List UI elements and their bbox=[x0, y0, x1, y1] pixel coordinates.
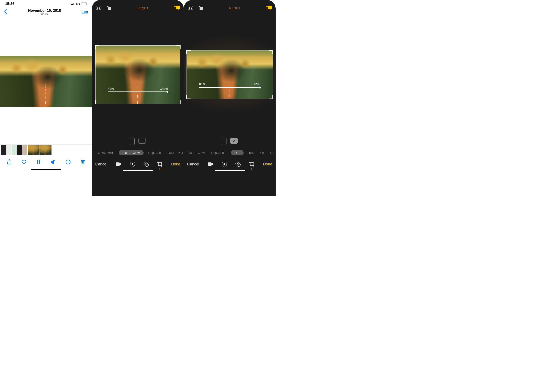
thumbnail[interactable] bbox=[17, 145, 22, 155]
done-button[interactable]: Done bbox=[263, 162, 272, 166]
flip-horizontal-icon[interactable] bbox=[188, 5, 193, 11]
orientation-selector: ✓ bbox=[184, 136, 276, 149]
thumbnail[interactable] bbox=[6, 145, 11, 155]
crop-handle-tr[interactable] bbox=[176, 45, 181, 49]
video-progress-bar[interactable] bbox=[199, 87, 260, 88]
svg-rect-15 bbox=[268, 6, 272, 9]
crop-handle-bl[interactable] bbox=[95, 100, 99, 104]
orientation-selector bbox=[92, 136, 184, 149]
video-mode-icon[interactable] bbox=[207, 161, 214, 167]
home-indicator[interactable] bbox=[215, 170, 245, 171]
aspect-freeform[interactable]: FREEFORM bbox=[187, 151, 205, 155]
svg-point-9 bbox=[132, 163, 133, 165]
adjust-icon[interactable] bbox=[129, 161, 136, 167]
thumbnail[interactable] bbox=[22, 145, 27, 155]
svg-rect-0 bbox=[37, 160, 38, 164]
aspect-ratio-row[interactable]: ORIGINAL FREEFORM SQUARE 16:9 5:4 7 bbox=[92, 149, 184, 158]
orientation-landscape[interactable]: ✓ bbox=[230, 138, 238, 144]
info-icon[interactable] bbox=[65, 158, 72, 165]
reset-button[interactable]: RESET bbox=[137, 6, 149, 10]
aspect-square[interactable]: SQUARE bbox=[211, 151, 225, 155]
video-mode-icon[interactable] bbox=[116, 161, 122, 167]
cancel-button[interactable]: Cancel bbox=[187, 162, 199, 166]
flip-horizontal-icon[interactable] bbox=[96, 5, 101, 11]
filters-icon[interactable] bbox=[143, 161, 149, 167]
thumbnail-strip[interactable] bbox=[0, 144, 92, 155]
trash-icon[interactable] bbox=[80, 158, 86, 165]
thumbnail-active[interactable] bbox=[28, 145, 40, 155]
crop-icon[interactable] bbox=[157, 161, 163, 167]
thumbnail[interactable] bbox=[12, 145, 17, 155]
crop-canvas[interactable]: 0:09 –0:00 bbox=[92, 14, 184, 136]
crop-frame[interactable]: 0:09 –0:00 bbox=[95, 45, 180, 104]
orientation-portrait[interactable] bbox=[222, 138, 226, 145]
filters-icon[interactable] bbox=[235, 161, 241, 167]
photos-view-screen: 15:36 4G November 10, 2018 05:45 Edit bbox=[0, 0, 92, 196]
back-button[interactable] bbox=[4, 9, 8, 16]
orientation-landscape[interactable] bbox=[138, 138, 146, 144]
svg-point-3 bbox=[68, 161, 68, 161]
photo-viewer[interactable] bbox=[0, 18, 92, 144]
crop-icon[interactable] bbox=[248, 161, 255, 167]
playhead-indicator[interactable] bbox=[47, 145, 47, 155]
cancel-button[interactable]: Cancel bbox=[95, 162, 107, 166]
progress-thumb[interactable] bbox=[259, 87, 261, 89]
mute-icon[interactable] bbox=[50, 158, 57, 165]
aspect-7-5[interactable]: 7:5 bbox=[260, 151, 264, 155]
network-type: 4G bbox=[76, 2, 80, 6]
thumbnail[interactable] bbox=[1, 145, 6, 155]
edit-top-left bbox=[96, 5, 112, 11]
nav-title-block: November 10, 2018 05:45 bbox=[28, 8, 61, 16]
time-remaining: –0:00 bbox=[253, 82, 260, 86]
share-icon[interactable] bbox=[6, 158, 13, 165]
home-indicator[interactable] bbox=[31, 169, 61, 170]
edit-tool-row bbox=[116, 161, 163, 167]
adjust-icon[interactable] bbox=[221, 161, 228, 167]
orientation-portrait[interactable] bbox=[130, 138, 135, 145]
edit-bottom-bar: Cancel Done bbox=[92, 158, 184, 168]
video-progress-bar[interactable] bbox=[108, 91, 168, 92]
aspect-ratio-icon[interactable] bbox=[266, 6, 272, 10]
crop-handle-br[interactable] bbox=[176, 100, 181, 104]
crop-handle-tl[interactable] bbox=[186, 50, 191, 54]
crop-handle-br[interactable] bbox=[269, 95, 273, 99]
heart-icon[interactable] bbox=[21, 158, 27, 165]
aspect-square[interactable]: SQUARE bbox=[148, 151, 162, 155]
rotate-icon[interactable] bbox=[106, 5, 112, 11]
time-elapsed: 0:09 bbox=[199, 82, 205, 86]
cellular-signal-icon bbox=[71, 3, 74, 5]
svg-rect-13 bbox=[199, 7, 203, 10]
thumbnail-group[interactable] bbox=[1, 145, 27, 155]
edit-top-bar: RESET bbox=[184, 0, 276, 14]
reset-button[interactable]: RESET bbox=[229, 6, 241, 10]
thumbnail-active[interactable] bbox=[40, 145, 52, 155]
crop-handle-tr[interactable] bbox=[269, 50, 273, 54]
crop-handle-tl[interactable] bbox=[95, 45, 99, 49]
aspect-5-4[interactable]: 5:4 bbox=[178, 151, 183, 155]
aspect-freeform[interactable]: FREEFORM bbox=[119, 150, 144, 155]
aspect-ratio-row[interactable]: FREEFORM SQUARE 16:9 5:4 7:5 4:3 5:3 bbox=[184, 149, 276, 158]
pause-icon[interactable] bbox=[35, 158, 42, 165]
aspect-ratio-icon[interactable] bbox=[174, 6, 180, 10]
nav-bar: November 10, 2018 05:45 Edit bbox=[0, 7, 92, 18]
rotate-icon[interactable] bbox=[198, 5, 204, 11]
crop-canvas[interactable]: 0:09 –0:00 bbox=[184, 14, 276, 136]
thumbnail-current[interactable] bbox=[28, 145, 52, 155]
edit-top-left bbox=[188, 5, 204, 11]
time-remaining: –0:00 bbox=[160, 87, 168, 91]
status-bar: 15:36 4G bbox=[0, 0, 92, 7]
edit-button[interactable]: Edit bbox=[82, 10, 88, 14]
svg-point-10 bbox=[134, 162, 135, 163]
aspect-16-9[interactable]: 16:9 bbox=[231, 150, 244, 155]
crop-image bbox=[187, 50, 273, 99]
home-indicator[interactable] bbox=[123, 170, 153, 171]
svg-rect-1 bbox=[39, 160, 40, 164]
aspect-4-3[interactable]: 4:3 bbox=[270, 151, 274, 155]
aspect-original[interactable]: ORIGINAL bbox=[98, 151, 114, 155]
active-tool-indicator bbox=[251, 168, 252, 170]
aspect-5-4[interactable]: 5:4 bbox=[249, 151, 254, 155]
crop-handle-bl[interactable] bbox=[186, 95, 191, 99]
aspect-16-9[interactable]: 16:9 bbox=[167, 151, 174, 155]
done-button[interactable]: Done bbox=[171, 162, 180, 166]
crop-frame[interactable]: 0:09 –0:00 bbox=[186, 50, 273, 99]
